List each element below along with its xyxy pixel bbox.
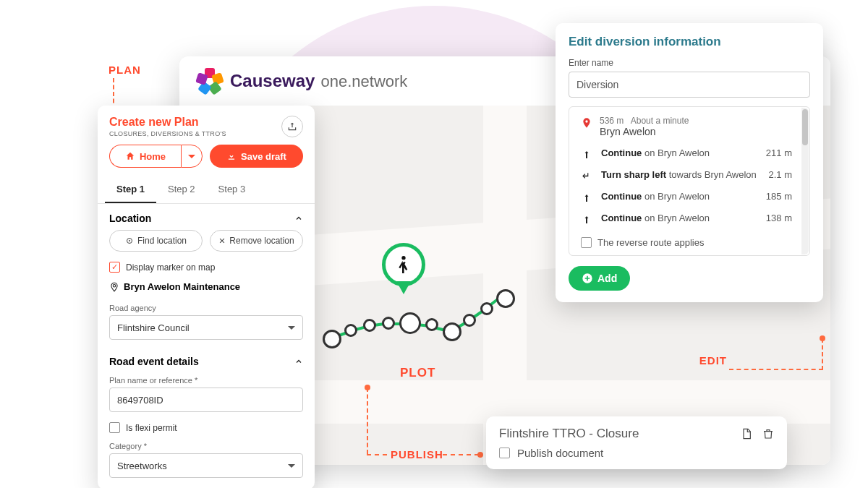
- edit-title: Edit diversion information: [569, 35, 810, 49]
- svg-point-1: [129, 240, 130, 241]
- plot-marker[interactable]: [382, 243, 425, 286]
- publish-title: Flintshire TTRO - Closure: [499, 427, 639, 441]
- chevron-up-icon: [294, 214, 303, 223]
- route-node[interactable]: [399, 312, 421, 334]
- route-node[interactable]: [382, 317, 395, 330]
- edit-name-label: Enter name: [569, 58, 810, 68]
- reverse-route-checkbox[interactable]: [581, 237, 592, 248]
- event-section-header[interactable]: Road event details: [98, 347, 315, 373]
- agency-select[interactable]: Flintshire Council: [109, 315, 303, 340]
- route-node[interactable]: [425, 318, 438, 331]
- plan-name-value: 8649708ID: [117, 395, 163, 406]
- scrollbar-thumb[interactable]: [802, 109, 808, 145]
- route-node[interactable]: [443, 322, 461, 341]
- tab-step3[interactable]: Step 3: [207, 176, 258, 203]
- reverse-route-label: The reverse route applies: [597, 237, 704, 248]
- publish-connector-h2: [443, 454, 479, 455]
- add-button[interactable]: Add: [569, 266, 630, 291]
- route-node[interactable]: [463, 314, 476, 327]
- location-name: Bryn Awelon Maintenance: [124, 281, 240, 292]
- agency-value: Flintshire Council: [117, 322, 190, 333]
- pdf-icon: [741, 427, 752, 440]
- category-select[interactable]: Streetworks: [109, 453, 303, 478]
- route-node[interactable]: [323, 330, 341, 348]
- plan-panel: Create new Plan CLOSURES, DIVERSIONS & T…: [98, 106, 315, 488]
- brand-sub: one.network: [316, 72, 407, 90]
- edit-panel: Edit diversion information Enter name 53…: [556, 23, 823, 302]
- route-node[interactable]: [344, 324, 357, 337]
- publish-checkbox[interactable]: [499, 448, 510, 458]
- route-node[interactable]: [480, 302, 493, 315]
- route-name: Bryn Awelon: [600, 126, 689, 137]
- flexi-checkbox[interactable]: ✓: [109, 422, 120, 433]
- plan-title: Create new Plan: [109, 116, 226, 129]
- route-list: 536 m About a minute Bryn Awelon Continu…: [569, 106, 810, 256]
- scrollbar[interactable]: [801, 108, 809, 254]
- diversion-name-input[interactable]: [569, 72, 810, 98]
- home-icon: [125, 151, 135, 161]
- sharp-left-icon: [581, 169, 592, 182]
- event-heading: Road event details: [109, 356, 199, 367]
- roadworks-icon: [392, 253, 415, 276]
- direction-distance: 185 m: [766, 191, 798, 202]
- display-marker-label: Display marker on map: [126, 262, 215, 273]
- plan-name-label: Plan name or reference *: [98, 373, 315, 388]
- chevron-down-icon: [288, 326, 295, 330]
- home-dropdown[interactable]: [181, 145, 203, 168]
- tab-step1[interactable]: Step 1: [105, 176, 156, 203]
- publish-checkbox-label: Publish document: [517, 447, 603, 459]
- pdf-button[interactable]: [741, 427, 752, 440]
- agency-label: Road agency: [98, 301, 315, 315]
- connector-dot: [820, 335, 825, 341]
- save-draft-button[interactable]: Save draft: [210, 145, 303, 168]
- category-label: Category *: [98, 439, 315, 453]
- find-location-label: Find location: [137, 236, 187, 246]
- plan-name-input[interactable]: 8649708ID: [109, 388, 303, 412]
- route-node[interactable]: [363, 319, 376, 332]
- connector-dot: [477, 452, 483, 458]
- route-node[interactable]: [496, 289, 515, 308]
- home-button[interactable]: Home: [109, 145, 181, 168]
- pin-icon: [581, 116, 592, 130]
- publish-panel: Flintshire TTRO - Closure Publish docume…: [486, 416, 787, 469]
- direction-row: Continue on Bryn Awelon 185 m: [569, 187, 809, 208]
- direction-row: Continue on Bryn Awelon 211 m: [569, 143, 809, 165]
- remove-location-button[interactable]: Remove location: [210, 230, 303, 252]
- plus-icon: [582, 273, 593, 284]
- find-location-button[interactable]: Find location: [109, 230, 203, 252]
- edit-connector-h: [729, 369, 823, 370]
- save-label: Save draft: [241, 151, 286, 162]
- plan-subtitle: CLOSURES, DIVERSIONS & TTRO'S: [109, 130, 226, 137]
- share-icon: [287, 121, 297, 132]
- category-value: Streetworks: [117, 461, 167, 471]
- publish-callout: PUBLISH: [391, 448, 443, 461]
- plan-callout: PLAN: [109, 64, 141, 76]
- home-button-group: Home: [109, 145, 203, 168]
- display-marker-checkbox[interactable]: ✓: [109, 262, 120, 273]
- direction-distance: 2.1 m: [768, 169, 798, 180]
- chevron-down-icon: [188, 155, 195, 158]
- home-label: Home: [140, 151, 166, 162]
- direction-row: Continue on Bryn Awelon 138 m: [569, 208, 809, 230]
- share-button[interactable]: [281, 116, 303, 137]
- straight-icon: [581, 191, 592, 204]
- connector-dot: [365, 385, 370, 390]
- trash-icon: [762, 427, 774, 440]
- brand-text: Causeway one.network: [230, 71, 407, 91]
- step-tabs: Step 1 Step 2 Step 3: [98, 176, 315, 204]
- chevron-up-icon: [294, 357, 303, 366]
- tab-step2[interactable]: Step 2: [156, 176, 207, 203]
- publish-connector-h1: [367, 454, 387, 455]
- location-heading: Location: [109, 213, 151, 224]
- pin-icon: [109, 282, 119, 292]
- svg-point-2: [585, 120, 587, 122]
- causeway-logo-icon: [197, 68, 223, 94]
- straight-icon: [581, 213, 592, 226]
- direction-distance: 211 m: [766, 147, 798, 158]
- delete-button[interactable]: [762, 427, 774, 440]
- edit-callout: EDIT: [699, 354, 727, 367]
- location-section-header[interactable]: Location: [98, 204, 315, 230]
- remove-location-label: Remove location: [229, 236, 294, 246]
- direction-distance: 138 m: [766, 213, 798, 223]
- chevron-down-icon: [288, 464, 295, 468]
